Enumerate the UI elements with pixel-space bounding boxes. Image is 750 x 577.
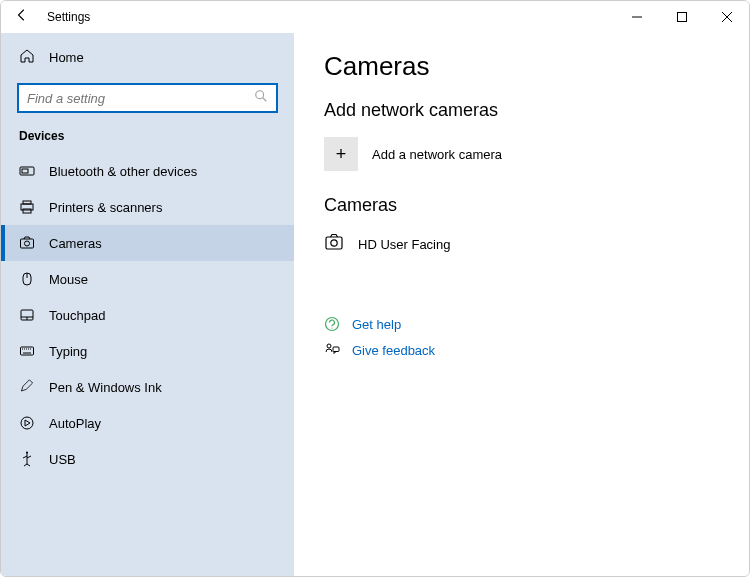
add-network-camera-button[interactable]: + Add a network camera: [324, 137, 719, 171]
home-icon: [19, 48, 35, 67]
nav-label: Pen & Windows Ink: [49, 380, 162, 395]
svg-rect-3: [22, 169, 28, 173]
sidebar-group-label: Devices: [1, 123, 294, 153]
pen-icon: [19, 379, 35, 395]
sidebar-item-pen[interactable]: Pen & Windows Ink: [1, 369, 294, 405]
bluetooth-icon: [19, 163, 35, 179]
touchpad-icon: [19, 307, 35, 323]
nav-label: AutoPlay: [49, 416, 101, 431]
maximize-button[interactable]: [659, 1, 704, 33]
nav-label: Mouse: [49, 272, 88, 287]
camera-list-item[interactable]: HD User Facing: [324, 232, 719, 256]
nav-label: Bluetooth & other devices: [49, 164, 197, 179]
sidebar-item-touchpad[interactable]: Touchpad: [1, 297, 294, 333]
get-help-link[interactable]: Get help: [324, 316, 719, 332]
svg-rect-0: [677, 13, 686, 22]
svg-rect-5: [23, 201, 31, 204]
svg-rect-11: [21, 347, 34, 355]
sidebar-item-autoplay[interactable]: AutoPlay: [1, 405, 294, 441]
nav-label: USB: [49, 452, 76, 467]
svg-point-15: [331, 240, 337, 246]
sidebar-home-label: Home: [49, 50, 84, 65]
camera-icon: [19, 235, 35, 251]
nav-label: Cameras: [49, 236, 102, 251]
section-cameras-list: Cameras: [324, 195, 719, 216]
sidebar-item-typing[interactable]: Typing: [1, 333, 294, 369]
add-network-camera-label: Add a network camera: [372, 147, 502, 162]
sidebar-item-mouse[interactable]: Mouse: [1, 261, 294, 297]
page-title: Cameras: [324, 51, 719, 82]
give-feedback-link[interactable]: Give feedback: [324, 342, 719, 358]
titlebar: Settings: [1, 1, 749, 33]
give-feedback-label: Give feedback: [352, 343, 435, 358]
svg-point-1: [256, 91, 264, 99]
sidebar-item-bluetooth[interactable]: Bluetooth & other devices: [1, 153, 294, 189]
sidebar-item-printers[interactable]: Printers & scanners: [1, 189, 294, 225]
svg-rect-7: [21, 239, 34, 248]
settings-window: Settings Home: [0, 0, 750, 577]
nav-label: Typing: [49, 344, 87, 359]
close-button[interactable]: [704, 1, 749, 33]
search-box[interactable]: [17, 83, 278, 113]
sidebar-item-cameras[interactable]: Cameras: [1, 225, 294, 261]
minimize-button[interactable]: [614, 1, 659, 33]
sidebar-item-usb[interactable]: USB: [1, 441, 294, 477]
back-button[interactable]: [15, 8, 29, 26]
printer-icon: [19, 199, 35, 215]
get-help-label: Get help: [352, 317, 401, 332]
search-input[interactable]: [27, 91, 254, 106]
usb-icon: [19, 451, 35, 467]
svg-point-12: [21, 417, 33, 429]
content-pane: Cameras Add network cameras + Add a netw…: [294, 33, 749, 576]
feedback-icon: [324, 342, 340, 358]
plus-icon: +: [324, 137, 358, 171]
camera-icon: [324, 232, 344, 256]
window-title: Settings: [47, 10, 90, 24]
section-add-cameras: Add network cameras: [324, 100, 719, 121]
svg-point-18: [327, 344, 331, 348]
mouse-icon: [19, 271, 35, 287]
help-icon: [324, 316, 340, 332]
sidebar: Home Devices Bluetooth & other devices P…: [1, 33, 294, 576]
svg-rect-14: [326, 237, 342, 249]
nav-label: Touchpad: [49, 308, 105, 323]
svg-point-8: [25, 241, 30, 246]
keyboard-icon: [19, 343, 35, 359]
svg-rect-19: [333, 347, 339, 352]
svg-point-17: [331, 327, 332, 328]
nav-label: Printers & scanners: [49, 200, 162, 215]
autoplay-icon: [19, 415, 35, 431]
search-icon: [254, 89, 268, 107]
svg-point-13: [26, 452, 28, 454]
camera-name: HD User Facing: [358, 237, 450, 252]
sidebar-home[interactable]: Home: [1, 39, 294, 75]
